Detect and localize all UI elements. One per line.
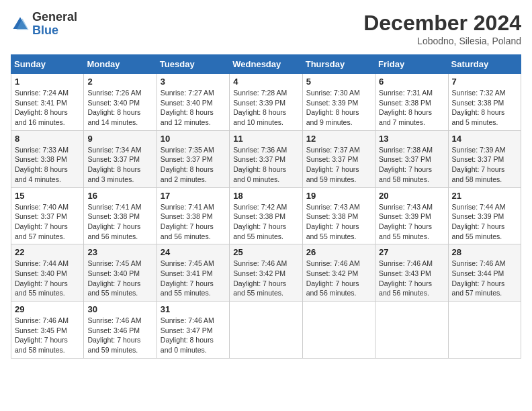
day-number: 15 xyxy=(15,191,80,201)
day-number: 2 xyxy=(87,77,152,87)
calendar-cell: 25Sunrise: 7:46 AMSunset: 3:42 PMDayligh… xyxy=(230,244,302,302)
day-info: Sunrise: 7:46 AMSunset: 3:44 PMDaylight:… xyxy=(452,259,517,298)
calendar-table: SundayMondayTuesdayWednesdayThursdayFrid… xyxy=(11,54,521,359)
day-info: Sunrise: 7:37 AMSunset: 3:37 PMDaylight:… xyxy=(306,145,371,185)
day-info: Sunrise: 7:42 AMSunset: 3:38 PMDaylight:… xyxy=(233,202,298,242)
weekday-header-thursday: Thursday xyxy=(302,55,375,74)
calendar-cell: 12Sunrise: 7:37 AMSunset: 3:37 PMDayligh… xyxy=(302,130,375,187)
day-info: Sunrise: 7:44 AMSunset: 3:39 PMDaylight:… xyxy=(452,202,517,242)
calendar-cell xyxy=(448,302,521,359)
calendar-cell: 21Sunrise: 7:44 AMSunset: 3:39 PMDayligh… xyxy=(448,187,521,244)
day-number: 17 xyxy=(161,191,226,201)
calendar-header-row: SundayMondayTuesdayWednesdayThursdayFrid… xyxy=(11,55,521,74)
calendar-cell: 27Sunrise: 7:46 AMSunset: 3:43 PMDayligh… xyxy=(375,244,448,302)
weekday-header-saturday: Saturday xyxy=(448,55,521,74)
calendar-cell: 7Sunrise: 7:32 AMSunset: 3:38 PMDaylight… xyxy=(448,74,521,131)
day-info: Sunrise: 7:36 AMSunset: 3:37 PMDaylight:… xyxy=(233,145,298,185)
day-info: Sunrise: 7:41 AMSunset: 3:38 PMDaylight:… xyxy=(87,202,152,242)
day-info: Sunrise: 7:41 AMSunset: 3:38 PMDaylight:… xyxy=(161,202,226,242)
calendar-cell: 1Sunrise: 7:24 AMSunset: 3:41 PMDaylight… xyxy=(11,74,84,131)
day-info: Sunrise: 7:46 AMSunset: 3:45 PMDaylight:… xyxy=(15,316,80,355)
weekday-header-wednesday: Wednesday xyxy=(230,55,302,74)
calendar-cell: 28Sunrise: 7:46 AMSunset: 3:44 PMDayligh… xyxy=(448,244,521,302)
calendar-cell: 2Sunrise: 7:26 AMSunset: 3:40 PMDaylight… xyxy=(84,74,157,131)
day-info: Sunrise: 7:26 AMSunset: 3:40 PMDaylight:… xyxy=(87,88,152,128)
day-number: 18 xyxy=(233,191,298,201)
calendar-week-2: 8Sunrise: 7:33 AMSunset: 3:38 PMDaylight… xyxy=(11,130,521,187)
calendar-week-4: 22Sunrise: 7:44 AMSunset: 3:40 PMDayligh… xyxy=(11,244,521,302)
title-block: December 2024 Lobodno, Silesia, Poland xyxy=(363,11,521,46)
calendar-cell: 15Sunrise: 7:40 AMSunset: 3:37 PMDayligh… xyxy=(11,187,84,244)
calendar-cell: 20Sunrise: 7:43 AMSunset: 3:39 PMDayligh… xyxy=(375,187,448,244)
day-number: 13 xyxy=(379,134,444,144)
calendar-cell xyxy=(230,302,302,359)
day-number: 5 xyxy=(306,77,371,87)
day-number: 9 xyxy=(87,134,152,144)
calendar-week-3: 15Sunrise: 7:40 AMSunset: 3:37 PMDayligh… xyxy=(11,187,521,244)
calendar-cell: 4Sunrise: 7:28 AMSunset: 3:39 PMDaylight… xyxy=(230,74,302,131)
day-number: 3 xyxy=(161,77,226,87)
day-info: Sunrise: 7:35 AMSunset: 3:37 PMDaylight:… xyxy=(161,145,226,185)
calendar-cell: 16Sunrise: 7:41 AMSunset: 3:38 PMDayligh… xyxy=(84,187,157,244)
day-number: 12 xyxy=(306,134,371,144)
day-number: 20 xyxy=(379,191,444,201)
day-info: Sunrise: 7:31 AMSunset: 3:38 PMDaylight:… xyxy=(379,88,444,128)
day-info: Sunrise: 7:30 AMSunset: 3:39 PMDaylight:… xyxy=(306,88,371,128)
day-info: Sunrise: 7:45 AMSunset: 3:40 PMDaylight:… xyxy=(87,259,152,298)
day-info: Sunrise: 7:34 AMSunset: 3:37 PMDaylight:… xyxy=(87,145,152,185)
calendar-cell xyxy=(302,302,375,359)
day-info: Sunrise: 7:46 AMSunset: 3:46 PMDaylight:… xyxy=(87,316,152,355)
day-info: Sunrise: 7:24 AMSunset: 3:41 PMDaylight:… xyxy=(15,88,80,128)
calendar-cell: 24Sunrise: 7:45 AMSunset: 3:41 PMDayligh… xyxy=(157,244,229,302)
day-number: 6 xyxy=(379,77,444,87)
calendar-cell: 11Sunrise: 7:36 AMSunset: 3:37 PMDayligh… xyxy=(230,130,302,187)
day-info: Sunrise: 7:45 AMSunset: 3:41 PMDaylight:… xyxy=(161,259,226,298)
calendar-cell: 5Sunrise: 7:30 AMSunset: 3:39 PMDaylight… xyxy=(302,74,375,131)
day-number: 30 xyxy=(87,304,152,314)
calendar-cell: 3Sunrise: 7:27 AMSunset: 3:40 PMDaylight… xyxy=(157,74,229,131)
day-number: 7 xyxy=(452,77,517,87)
location: Lobodno, Silesia, Poland xyxy=(363,36,521,46)
calendar-cell: 17Sunrise: 7:41 AMSunset: 3:38 PMDayligh… xyxy=(157,187,229,244)
calendar-cell: 23Sunrise: 7:45 AMSunset: 3:40 PMDayligh… xyxy=(84,244,157,302)
day-number: 4 xyxy=(233,77,298,87)
day-info: Sunrise: 7:38 AMSunset: 3:37 PMDaylight:… xyxy=(379,145,444,185)
day-info: Sunrise: 7:33 AMSunset: 3:38 PMDaylight:… xyxy=(15,145,80,185)
page-header: General Blue December 2024 Lobodno, Sile… xyxy=(11,11,521,46)
day-info: Sunrise: 7:46 AMSunset: 3:43 PMDaylight:… xyxy=(379,259,444,298)
day-info: Sunrise: 7:40 AMSunset: 3:37 PMDaylight:… xyxy=(15,202,80,242)
day-number: 21 xyxy=(452,191,517,201)
calendar-cell: 22Sunrise: 7:44 AMSunset: 3:40 PMDayligh… xyxy=(11,244,84,302)
day-info: Sunrise: 7:46 AMSunset: 3:47 PMDaylight:… xyxy=(161,316,226,355)
day-info: Sunrise: 7:43 AMSunset: 3:38 PMDaylight:… xyxy=(306,202,371,242)
day-number: 31 xyxy=(161,304,226,314)
logo-icon xyxy=(11,15,30,34)
weekday-header-monday: Monday xyxy=(84,55,157,74)
day-number: 24 xyxy=(161,247,226,257)
day-number: 11 xyxy=(233,134,298,144)
day-number: 28 xyxy=(452,247,517,257)
calendar-week-1: 1Sunrise: 7:24 AMSunset: 3:41 PMDaylight… xyxy=(11,74,521,131)
day-number: 14 xyxy=(452,134,517,144)
day-number: 10 xyxy=(161,134,226,144)
logo: General Blue xyxy=(11,11,77,38)
calendar-cell: 29Sunrise: 7:46 AMSunset: 3:45 PMDayligh… xyxy=(11,302,84,359)
weekday-header-sunday: Sunday xyxy=(11,55,84,74)
day-number: 26 xyxy=(306,247,371,257)
calendar-cell: 14Sunrise: 7:39 AMSunset: 3:37 PMDayligh… xyxy=(448,130,521,187)
month-title: December 2024 xyxy=(363,11,521,36)
day-info: Sunrise: 7:32 AMSunset: 3:38 PMDaylight:… xyxy=(452,88,517,128)
day-info: Sunrise: 7:43 AMSunset: 3:39 PMDaylight:… xyxy=(379,202,444,242)
day-number: 25 xyxy=(233,247,298,257)
calendar-cell: 30Sunrise: 7:46 AMSunset: 3:46 PMDayligh… xyxy=(84,302,157,359)
day-info: Sunrise: 7:28 AMSunset: 3:39 PMDaylight:… xyxy=(233,88,298,128)
day-number: 8 xyxy=(15,134,80,144)
day-info: Sunrise: 7:39 AMSunset: 3:37 PMDaylight:… xyxy=(452,145,517,185)
logo-general-text: General xyxy=(32,10,77,24)
calendar-cell: 26Sunrise: 7:46 AMSunset: 3:42 PMDayligh… xyxy=(302,244,375,302)
day-info: Sunrise: 7:44 AMSunset: 3:40 PMDaylight:… xyxy=(15,259,80,298)
calendar-cell: 9Sunrise: 7:34 AMSunset: 3:37 PMDaylight… xyxy=(84,130,157,187)
calendar-cell: 10Sunrise: 7:35 AMSunset: 3:37 PMDayligh… xyxy=(157,130,229,187)
day-number: 16 xyxy=(87,191,152,201)
day-info: Sunrise: 7:46 AMSunset: 3:42 PMDaylight:… xyxy=(306,259,371,298)
